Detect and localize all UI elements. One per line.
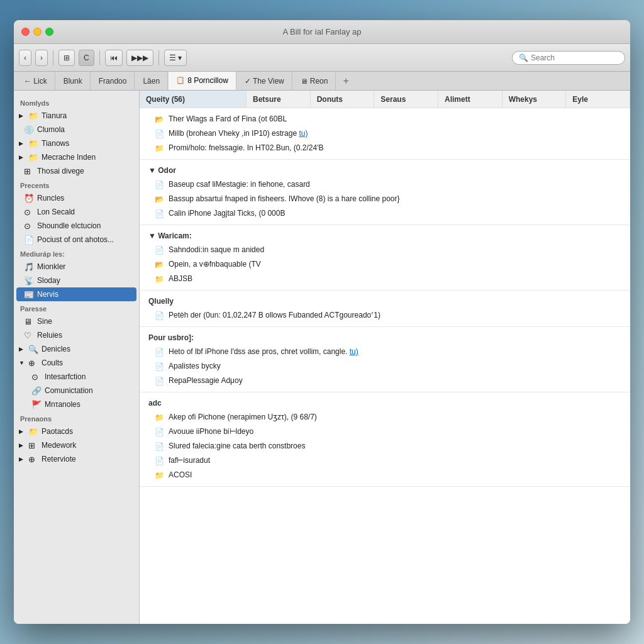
- maximize-button[interactable]: [45, 28, 53, 36]
- music-icon: 🎵: [24, 262, 34, 272]
- tab-frandoo-label: Frandoo: [99, 77, 127, 86]
- sidebar-item-mionkler[interactable]: 🎵 Mionkler: [14, 260, 139, 274]
- sidebar-label: Shoundle elctucion: [37, 221, 101, 230]
- back-button[interactable]: ‹: [19, 50, 31, 66]
- sidebar-item-sloday[interactable]: 📡 Sloday: [14, 274, 139, 287]
- list-item[interactable]: 📁 Promi/holo: fnelssagie. In HT02.Bun, (…: [140, 141, 630, 155]
- col-header-seraus[interactable]: Seraus: [374, 91, 438, 108]
- tab-laen[interactable]: Läen: [135, 72, 168, 90]
- forward-button[interactable]: ›: [35, 50, 48, 66]
- sidebar-item-mecrache[interactable]: ▶ 📁 Mecrache Inden: [14, 150, 139, 164]
- sidebar-item-shoundle[interactable]: ⊙ Shoundle elctucion: [14, 219, 139, 233]
- circle-icon: ⊙: [24, 208, 34, 217]
- tab-blunk[interactable]: Blunk: [56, 72, 91, 90]
- sidebar-label: Tianows: [42, 139, 69, 148]
- toolbar: ‹ › ⊞ C ⏮ ▶▶▶ ☰ ▾ 🔍: [14, 44, 630, 72]
- chevron-right-icon: ▶: [19, 428, 25, 435]
- sidebar-item-paotacds[interactable]: ▶ 📁 Paotacds: [14, 425, 139, 438]
- col-seraus-label: Seraus: [380, 95, 406, 104]
- col-header-betsure[interactable]: Betsure: [247, 91, 311, 108]
- item-text: Slured falecia:gine cata berth constbroe…: [169, 440, 621, 452]
- item-text: RepaPlessagie Adμoy: [169, 375, 621, 386]
- col-header-queity[interactable]: Queity (56): [140, 91, 247, 108]
- sidebar-item-lonsecald[interactable]: ⊙ Lon Secald: [14, 205, 139, 219]
- sidebar-item-denicles[interactable]: ▶ 🔍 Denicles: [14, 342, 139, 356]
- tab-porncillow-icon: 📋: [176, 76, 185, 84]
- tab-add-button[interactable]: +: [336, 72, 355, 90]
- news-icon: 📰: [24, 290, 34, 299]
- col-header-whekys[interactable]: Whekys: [502, 91, 567, 108]
- tab-reon[interactable]: 🖥 Reon: [293, 72, 336, 90]
- view-button[interactable]: ⊞: [58, 50, 75, 66]
- list-button[interactable]: ☰ ▾: [164, 50, 187, 66]
- col-queity-label: Queity (56): [146, 95, 185, 104]
- list-item[interactable]: 📄 Avouue iiPhone bi⊢ldeyo: [140, 425, 630, 439]
- list-item[interactable]: 📂 Bassup absartui fnaped in fisheers. IW…: [140, 192, 630, 206]
- list-item[interactable]: 📁 ACOSI: [140, 468, 630, 482]
- sidebar-item-tianura[interactable]: ▶ 📁 Tianura: [14, 109, 139, 123]
- sidebar-label: Sine: [37, 317, 52, 326]
- col-header-alimett[interactable]: Alimett: [438, 91, 502, 108]
- sidebar-label: Reluies: [37, 331, 62, 340]
- sidebar-item-runcles[interactable]: ⏰ Runcles: [14, 191, 139, 205]
- list-item[interactable]: 📄 Petèh der (0un: 01,02,247 B ollows Fub…: [140, 308, 630, 323]
- sidebar-item-reluies[interactable]: ♡ Reluies: [14, 328, 139, 342]
- sidebar-item-medework[interactable]: ▶ ⊞ Medework: [14, 438, 139, 452]
- sidebar-item-comunictation[interactable]: 🔗 Comunictation: [14, 384, 139, 397]
- sidebar-item-thosai[interactable]: ⊞ Thosai divege: [14, 164, 139, 178]
- col-header-eyle[interactable]: Eyle: [566, 91, 630, 108]
- sidebar-item-sine[interactable]: 🖥 Sine: [14, 314, 139, 328]
- sidebar-item-coults[interactable]: ▼ ⊕ Coults: [14, 356, 139, 370]
- prev-button[interactable]: ⏮: [105, 50, 123, 66]
- minimize-button[interactable]: [33, 28, 42, 36]
- sidebar-item-reterviote[interactable]: ▶ ⊕ Reterviote: [14, 452, 139, 466]
- doc-icon: 📄: [155, 426, 165, 438]
- sync-button[interactable]: C: [79, 50, 94, 66]
- sidebar-item-mntanoles[interactable]: 🚩 Mnτanoles: [14, 397, 139, 411]
- item-text: faf⊢isuradut: [169, 455, 621, 466]
- list-item[interactable]: 📄 Heto of lbf iPhone l'dss ase pros, chr…: [140, 345, 630, 359]
- tab-theview[interactable]: ✓ The View: [237, 72, 292, 90]
- list-item[interactable]: 📁 ABJSB: [140, 272, 630, 286]
- content-section-waricam: ▼ Waricam: 📄 Sahndodi:in saque m anided …: [140, 225, 630, 291]
- tab-lick[interactable]: ← Lick: [16, 72, 55, 90]
- list-item[interactable]: 📂 Ther Wlags a Fard of Fina (ot 60BL: [140, 112, 630, 126]
- list-item[interactable]: 📁 Akep ofi Pichone (nerapimen Uʒzτ), (9 …: [140, 410, 630, 425]
- search-box[interactable]: 🔍: [512, 51, 625, 65]
- list-item[interactable]: 📄 RepaPlessagie Adμoy: [140, 374, 630, 388]
- list-item[interactable]: 📄 Calin iPhone Jagjtal Ticks, (0 000B: [140, 206, 630, 221]
- sidebar-item-clumola[interactable]: 💿 Clumola: [14, 123, 139, 136]
- tab-porncillow[interactable]: 📋 8 Porncillow: [169, 72, 236, 90]
- sidebar-item-nervis[interactable]: 📰 Nervis: [16, 287, 136, 301]
- list-item[interactable]: 📄 Slured falecia:gine cata berth constbr…: [140, 439, 630, 453]
- list-item[interactable]: 📄 Sahndodi:in saque m anided: [140, 243, 630, 257]
- sidebar-item-tianows[interactable]: ▶ 📁 Tianows: [14, 136, 139, 150]
- sidebar-label: Paotacds: [42, 427, 73, 436]
- toolbar-separator-2: [99, 50, 100, 65]
- list-item[interactable]: 📄 Millb (brohean Vheky ,in IP10) estrage…: [140, 126, 630, 141]
- window-title: A Bill for ial Fanlay ap: [282, 27, 361, 36]
- tab-porncillow-label: 8 Porncillow: [187, 76, 228, 85]
- item-text: Baseup csaf liMestagie: in fiehone, casa…: [169, 179, 621, 190]
- tab-frandoo[interactable]: Frandoo: [91, 72, 135, 90]
- list-item[interactable]: 📄 faf⊢isuradut: [140, 453, 630, 468]
- chevron-right-icon: ▶: [19, 456, 25, 462]
- chevron-right-icon: ▶: [19, 113, 25, 119]
- item-text: Heto of lbf iPhone l'dss ase pros, chret…: [169, 346, 621, 357]
- search-input[interactable]: [531, 53, 618, 62]
- content-section-odor: ▼ Odor 📄 Baseup csaf liMestagie: in fieh…: [140, 160, 630, 225]
- list-item[interactable]: 📄 Baseup csaf liMestagie: in fiehone, ca…: [140, 177, 630, 192]
- close-button[interactable]: [21, 28, 30, 36]
- list-item[interactable]: 📂 Opein, a v⊕fnbaquable (TV: [140, 257, 630, 272]
- item-text: ACOSI: [169, 469, 621, 480]
- sidebar-label: Mecrache Inden: [42, 153, 96, 162]
- chevron-right-icon: ▶: [19, 442, 25, 448]
- col-header-donuts[interactable]: Donuts: [311, 91, 375, 108]
- sidebar-item-intesarfction[interactable]: ⊙ Intesarfction: [14, 370, 139, 384]
- sidebar-section-paresse: Paresse: [14, 301, 139, 314]
- item-text: ABJSB: [169, 273, 621, 284]
- folder-icon: 📁: [155, 143, 165, 154]
- sidebar-item-pociust[interactable]: 📄 Pociust of ont ahotos...: [14, 233, 139, 247]
- play-button[interactable]: ▶▶▶: [126, 50, 153, 66]
- list-item[interactable]: 📄 Apalistes bycky: [140, 359, 630, 374]
